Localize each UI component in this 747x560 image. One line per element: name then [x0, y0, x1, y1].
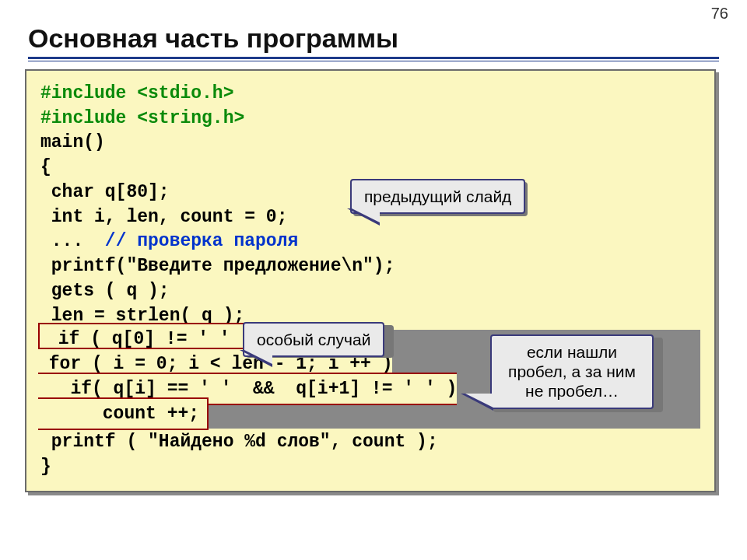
code-line: count ++;: [38, 404, 199, 424]
code-line: #include: [40, 108, 137, 128]
code-line: #include: [40, 83, 137, 103]
code-line: {: [40, 157, 51, 177]
slide-title: Основная часть программы: [28, 23, 719, 54]
code-line: }: [40, 457, 51, 477]
code-line: gets ( q );: [40, 281, 170, 301]
code-line: main(): [40, 132, 105, 152]
code-line: <string.h>: [137, 108, 244, 128]
callout-pointer-fill: [465, 394, 493, 408]
code-comment: // проверка пароля: [105, 231, 298, 251]
callout-pointer-fill: [244, 350, 272, 364]
title-rule: [28, 57, 719, 61]
code-line: char q[80];: [40, 182, 170, 202]
code-line: ...: [40, 231, 105, 251]
callout-pointer-fill: [352, 208, 380, 222]
code-block: #include <stdio.h> #include <string.h> m…: [25, 69, 716, 492]
code-line: int i, len, count = 0;: [40, 207, 287, 227]
code-line: if( q[i] == ' ' && q[i+1] != ' ' ): [38, 379, 457, 399]
callout-if-found: если нашли пробел, а за ним не пробел…: [490, 334, 654, 409]
code-line: printf ( "Найдено %d слов", count );: [40, 432, 438, 452]
page-number: 76: [711, 5, 728, 23]
code-panel: #include <stdio.h> #include <string.h> m…: [28, 72, 719, 495]
code-line: <stdio.h>: [137, 83, 233, 103]
code-line: printf("Введите предложение\n");: [40, 256, 395, 276]
